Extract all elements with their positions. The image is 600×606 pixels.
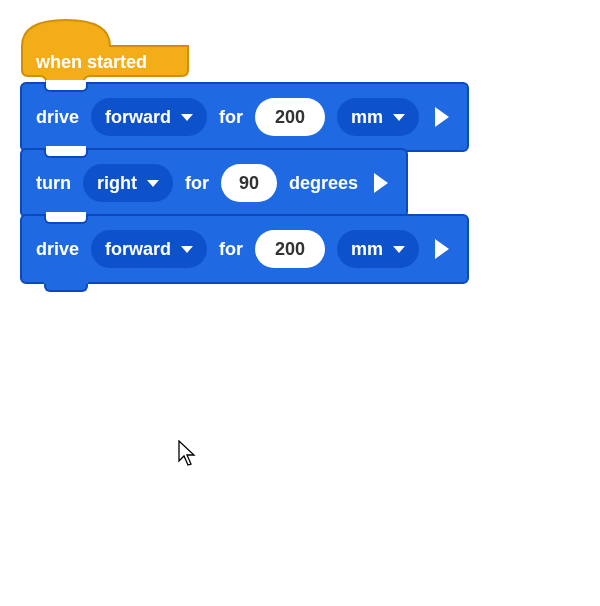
cmd-label: drive: [36, 107, 79, 128]
hat-label: when started: [36, 52, 147, 73]
unit-dropdown[interactable]: mm: [337, 230, 419, 268]
cmd-label: turn: [36, 173, 71, 194]
for-label: for: [185, 173, 209, 194]
unit-label: degrees: [289, 173, 358, 194]
chevron-down-icon: [147, 180, 159, 187]
distance-input[interactable]: 200: [255, 230, 325, 268]
unit-dropdown[interactable]: mm: [337, 98, 419, 136]
distance-value: 200: [275, 239, 305, 260]
block-stack: when started drive forward for 200 mm: [20, 18, 600, 284]
cursor-icon: [177, 440, 199, 468]
direction-dropdown[interactable]: right: [83, 164, 173, 202]
expand-icon[interactable]: [435, 239, 449, 259]
drive-block[interactable]: drive forward for 200 mm: [20, 82, 469, 152]
direction-value: forward: [105, 107, 171, 128]
chevron-down-icon: [181, 114, 193, 121]
angle-value: 90: [239, 173, 259, 194]
expand-icon[interactable]: [374, 173, 388, 193]
expand-icon[interactable]: [435, 107, 449, 127]
angle-input[interactable]: 90: [221, 164, 277, 202]
direction-value: right: [97, 173, 137, 194]
distance-input[interactable]: 200: [255, 98, 325, 136]
unit-value: mm: [351, 107, 383, 128]
chevron-down-icon: [393, 246, 405, 253]
chevron-down-icon: [393, 114, 405, 121]
turn-block[interactable]: turn right for 90 degrees: [20, 148, 408, 218]
chevron-down-icon: [181, 246, 193, 253]
distance-value: 200: [275, 107, 305, 128]
direction-dropdown[interactable]: forward: [91, 98, 207, 136]
direction-value: forward: [105, 239, 171, 260]
unit-value: mm: [351, 239, 383, 260]
canvas[interactable]: when started drive forward for 200 mm: [0, 0, 600, 606]
cmd-label: drive: [36, 239, 79, 260]
drive-block[interactable]: drive forward for 200 mm: [20, 214, 469, 284]
hat-block-when-started[interactable]: when started: [20, 18, 190, 88]
for-label: for: [219, 239, 243, 260]
direction-dropdown[interactable]: forward: [91, 230, 207, 268]
for-label: for: [219, 107, 243, 128]
